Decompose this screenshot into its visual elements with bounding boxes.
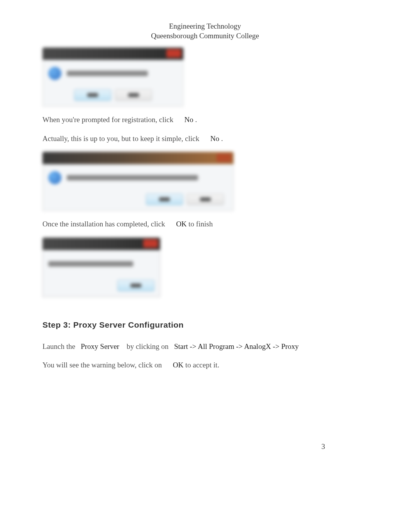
dialog3-body <box>42 250 160 297</box>
para1-bold: No <box>184 116 193 124</box>
para5-prefix: You will see the warning below, click on <box>42 361 164 369</box>
info-icon <box>48 67 61 80</box>
para1-prefix: When you're prompted for registration, c… <box>42 116 175 124</box>
page-number: 3 <box>322 442 325 451</box>
dialog1-buttons <box>48 89 178 101</box>
para4-prefix: Launch the <box>42 342 77 350</box>
dialog1-yes-button <box>74 89 111 101</box>
para4-bold1: Proxy Server <box>81 342 119 350</box>
para4-bold2: Start -> All Program -> AnalogX -> Proxy <box>174 342 299 350</box>
dialog2-content-row <box>48 171 228 184</box>
para3-suffix: to finish <box>188 220 213 228</box>
dialog1-titlebar <box>42 48 183 60</box>
header-line-1: Engineering Technology <box>42 22 368 31</box>
paragraph-5: You will see the warning below, click on… <box>42 360 368 371</box>
dialog1-text <box>67 71 148 76</box>
para4-mid: by clicking on <box>127 342 170 350</box>
close-icon <box>166 49 181 58</box>
paragraph-4: Launch the Proxy Server by clicking on S… <box>42 341 368 352</box>
close-icon <box>217 153 231 162</box>
paragraph-2: Actually, this is up to you, but to keep… <box>42 133 368 144</box>
para3-bold: OK <box>176 220 186 228</box>
dialog1-content-row <box>48 67 178 80</box>
dialog1-no-button <box>115 89 152 101</box>
dialog2-body <box>42 164 234 211</box>
dialog2-titlebar <box>42 152 234 164</box>
dialog3-ok-button <box>117 280 154 291</box>
para2-suffix: . <box>221 134 223 143</box>
para5-suffix: to accept it. <box>185 361 219 369</box>
para3-prefix: Once the installation has completed, cli… <box>42 220 167 228</box>
page-header: Engineering Technology Queensborough Com… <box>42 22 368 41</box>
dialog2-yes-button <box>146 194 183 205</box>
dialog3-buttons <box>48 280 154 291</box>
para2-bold: No <box>210 134 219 143</box>
dialog1-body <box>42 60 183 107</box>
dialog-screenshot-2 <box>42 152 234 211</box>
step-3-heading: Step 3: Proxy Server Configuration <box>42 320 368 330</box>
dialog2-buttons <box>48 194 228 205</box>
dialog3-titlebar <box>42 238 160 250</box>
paragraph-1: When you're prompted for registration, c… <box>42 114 368 126</box>
dialog-screenshot-3 <box>42 238 160 297</box>
close-icon <box>143 239 158 248</box>
para5-bold: OK <box>173 361 183 369</box>
info-icon <box>48 171 61 184</box>
header-line-2: Queensborough Community College <box>42 31 368 41</box>
paragraph-3: Once the installation has completed, cli… <box>42 219 368 230</box>
dialog-screenshot-1 <box>42 48 183 107</box>
para2-prefix: Actually, this is up to you, but to keep… <box>42 134 201 143</box>
dialog2-no-button <box>187 194 224 205</box>
dialog3-text <box>48 261 133 267</box>
para1-suffix: . <box>195 116 197 124</box>
dialog2-text <box>67 175 198 180</box>
